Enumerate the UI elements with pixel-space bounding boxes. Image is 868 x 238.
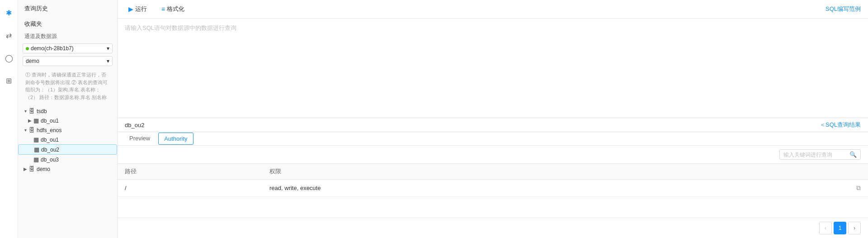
run-button[interactable]: ▶ 运行: [125, 4, 151, 14]
database-icon: 🗄: [29, 166, 35, 172]
hint-text: ① 查询时，请确保通道正常运行，否则命令号数据将出现 ② 表名的查询可组织为：（…: [23, 69, 113, 103]
row-path: /: [125, 185, 269, 191]
page-1-button[interactable]: 1: [834, 222, 846, 234]
tree-node-hdfs-db_ou1[interactable]: ▦ db_ou1: [18, 135, 117, 144]
expand-icon: ▶: [23, 167, 28, 172]
col-perm-header: 权限: [269, 167, 843, 176]
detail-header: db_ou2 ＜SQL查询结果: [118, 118, 868, 132]
search-circle-icon[interactable]: ◯: [2, 51, 16, 65]
tabs-bar: Preview Authority: [118, 132, 868, 146]
detail-panel: db_ou2 ＜SQL查询结果 Preview Authority 🔍 路径 权…: [118, 118, 868, 238]
toolbar: ▶ 运行 ≡ 格式化 SQL编写范例: [118, 0, 868, 19]
next-page-button[interactable]: ›: [848, 222, 861, 234]
chevron-down-icon: ▾: [107, 58, 109, 64]
row-copy-icon[interactable]: ⧉: [843, 184, 861, 192]
tree-node-tsdb[interactable]: ▾ 🗄 tsdb: [18, 106, 117, 116]
table-icon: ▦: [33, 136, 39, 143]
history-section[interactable]: 查询历史: [18, 0, 117, 15]
table-icon: ▦: [33, 156, 39, 163]
database-icon: 🗄: [29, 108, 35, 114]
sql-example-link[interactable]: SQL编写范例: [826, 5, 861, 13]
run-icon: ▶: [128, 5, 133, 13]
channel-dropdown[interactable]: demo(ch-28b1b7) ▾: [23, 43, 113, 53]
table-row: / read, write, execute ⧉: [118, 180, 868, 197]
table-header: 路径 权限: [118, 164, 868, 180]
format-icon: ≡: [161, 5, 165, 13]
tab-authority[interactable]: Authority: [158, 133, 193, 145]
chevron-down-icon: ▾: [107, 45, 109, 52]
tree-node-tsdb-db_ou1[interactable]: ▶ ▦ db_ou1: [18, 116, 117, 125]
datasource-dropdown[interactable]: demo ▾: [23, 56, 113, 66]
prev-page-button[interactable]: ‹: [819, 222, 832, 234]
table-icon: ▦: [33, 117, 39, 124]
sidebar: 查询历史 收藏夹 通道及数据源 demo(ch-28b1b7) ▾ demo ▾…: [18, 0, 118, 238]
expand-icon: [27, 157, 33, 162]
sync-icon[interactable]: ⇄: [2, 28, 16, 43]
sql-result-link[interactable]: ＜SQL查询结果: [820, 121, 861, 129]
detail-title: db_ou2: [125, 122, 144, 129]
main-content: ▶ 运行 ≡ 格式化 SQL编写范例 请输入SQL语句对数据源中的数据进行查询 …: [118, 0, 868, 238]
channel-section-label: 通道及数据源: [18, 31, 117, 42]
table-icon: ▦: [34, 146, 39, 153]
search-input-wrap[interactable]: 🔍: [779, 149, 861, 160]
expand-icon: [27, 137, 33, 143]
search-bar: 🔍: [118, 146, 868, 164]
search-input[interactable]: [783, 152, 849, 158]
star-icon[interactable]: ✱: [2, 5, 16, 20]
sql-placeholder: 请输入SQL语句对数据源中的数据进行查询: [125, 24, 236, 31]
tree: ▾ 🗄 tsdb ▶ ▦ db_ou1 ▾ 🗄 hdfs_enos ▦ db_o…: [18, 105, 117, 176]
row-perm: read, write, execute: [269, 185, 843, 191]
expand-icon: [28, 147, 33, 152]
icon-rail: ✱ ⇄ ◯ ⊞: [0, 0, 18, 238]
tree-node-hdfs-db_ou2[interactable]: ▦ db_ou2: [18, 144, 117, 155]
format-button[interactable]: ≡ 格式化: [158, 4, 188, 14]
pagination: ‹ 1 ›: [118, 218, 868, 238]
col-path-header: 路径: [125, 167, 269, 176]
sql-editor[interactable]: 请输入SQL语句对数据源中的数据进行查询: [118, 19, 868, 118]
tab-preview[interactable]: Preview: [125, 132, 155, 145]
database-icon: 🗄: [29, 127, 35, 133]
data-table: / read, write, execute ⧉: [118, 180, 868, 218]
search-icon[interactable]: 🔍: [849, 151, 857, 158]
tree-node-hdfs_enos[interactable]: ▾ 🗄 hdfs_enos: [18, 125, 117, 135]
tree-node-hdfs-db_ou3[interactable]: ▦ db_ou3: [18, 155, 117, 164]
expand-icon: ▶: [27, 118, 33, 124]
grid-icon[interactable]: ⊞: [2, 73, 16, 88]
expand-icon: ▾: [23, 109, 28, 114]
favorites-section[interactable]: 收藏夹: [18, 15, 117, 31]
expand-icon: ▾: [23, 128, 28, 133]
tree-node-demo[interactable]: ▶ 🗄 demo: [18, 164, 117, 174]
